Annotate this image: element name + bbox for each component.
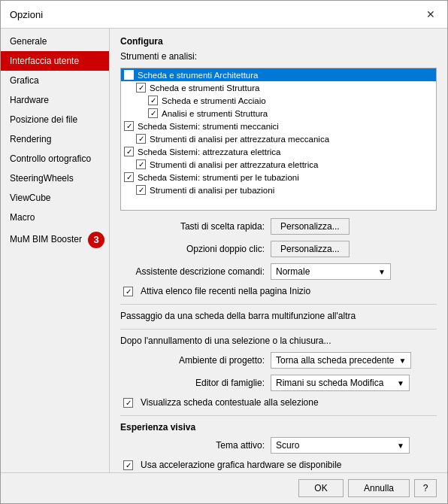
- tema-arrow-icon: ▼: [397, 442, 404, 450]
- tools-list-item-att-elettrica[interactable]: Strumenti di analisi per attrezzatura el…: [121, 158, 436, 171]
- ok-button[interactable]: OK: [298, 479, 344, 497]
- tools-list[interactable]: Scheda e strumenti ArchitetturaScheda e …: [120, 68, 437, 211]
- tools-list-label-analisi-tub: Strumenti di analisi per tubazioni: [150, 186, 274, 195]
- tools-list-label-att-elettrica: Strumenti di analisi per attrezzatura el…: [150, 160, 318, 169]
- tools-list-label-elettrica: Scheda Sistemi: attrezzatura elettrica: [138, 147, 280, 156]
- usa-label: Usa accelerazione grafica hardware se di…: [141, 460, 341, 470]
- sidebar-badge: 3: [88, 232, 104, 248]
- checkbox-att-elettrica[interactable]: [136, 159, 146, 169]
- dopo-section: Dopo l'annullamento di una selezione o l…: [120, 335, 437, 346]
- ambiente-select[interactable]: Torna alla scheda precedente ▼: [271, 352, 411, 369]
- visualizza-row[interactable]: Visualizza scheda contestuale alla selez…: [123, 397, 437, 408]
- strumenti-row: Strumenti e analisi:: [120, 51, 437, 62]
- personalizza2-button[interactable]: Personalizza...: [271, 241, 350, 257]
- tasti-label: Tasti di scelta rapida:: [120, 221, 271, 232]
- divider2: [120, 329, 437, 329]
- main-content: Configura Strumenti e analisi: Scheda e …: [110, 29, 447, 472]
- usa-row[interactable]: Usa accelerazione grafica hardware se di…: [123, 460, 437, 470]
- tools-list-label-meccanici: Scheda Sistemi: strumenti meccanici: [138, 122, 279, 131]
- divider3: [120, 415, 437, 416]
- help-button[interactable]: ?: [414, 479, 437, 497]
- tools-list-item-meccanici[interactable]: Scheda Sistemi: strumenti meccanici: [121, 120, 436, 132]
- tools-list-label-tubazioni: Scheda Sistemi: strumenti per le tubazio…: [138, 173, 299, 182]
- tasti-row: Tasti di scelta rapida: Personalizza...: [120, 218, 437, 235]
- tools-list-item-analisi-struttura[interactable]: Analisi e strumenti Struttura: [121, 107, 436, 120]
- tools-list-item-acciaio[interactable]: Scheda e strumenti Acciaio: [121, 94, 436, 107]
- annulla-button[interactable]: Annulla: [348, 479, 410, 497]
- assistente-label: Assistente descrizione comandi:: [120, 266, 271, 277]
- editor-arrow-icon: ▼: [397, 379, 404, 387]
- tools-list-label-acciaio: Scheda e strumenti Acciaio: [162, 96, 266, 105]
- opzioni-label: Opzioni doppio clic:: [120, 244, 271, 254]
- sidebar-item-grafica[interactable]: Grafica: [1, 71, 109, 90]
- personalizza1-button[interactable]: Personalizza...: [271, 218, 350, 235]
- tools-list-item-struttura[interactable]: Scheda e strumenti Struttura: [121, 81, 436, 94]
- checkbox-analisi-struttura[interactable]: [148, 108, 158, 118]
- tema-select[interactable]: Scuro ▼: [271, 437, 410, 454]
- dialog-title: Opzioni: [10, 9, 43, 20]
- tools-list-label-arch: Scheda e strumenti Architettura: [138, 71, 258, 80]
- divider1: [120, 304, 437, 305]
- tools-list-item-analisi-tub[interactable]: Strumenti di analisi per tubazioni: [121, 184, 436, 196]
- tools-list-label-struttura: Scheda e strumenti Struttura: [150, 83, 259, 93]
- tools-list-item-arch[interactable]: Scheda e strumenti Architettura: [121, 68, 436, 81]
- sidebar-item-viewcube[interactable]: ViewCube: [1, 188, 109, 208]
- assistente-value: Normale: [276, 266, 310, 277]
- tema-row: Tema attivo: Scuro ▼: [120, 437, 437, 454]
- dialog-body: GeneraleInterfaccia utente➤GraficaHardwa…: [1, 29, 447, 472]
- checkbox-arch[interactable]: [124, 70, 134, 80]
- opzioni-row: Opzioni doppio clic: Personalizza...: [120, 241, 437, 257]
- configura-title: Configura: [120, 36, 437, 47]
- sidebar-item-macro[interactable]: Macro: [1, 208, 109, 227]
- title-bar: Opzioni ✕: [1, 1, 447, 29]
- checkbox-meccanici[interactable]: [124, 121, 134, 131]
- close-icon[interactable]: ✕: [423, 7, 438, 22]
- assistente-arrow-icon: ▼: [378, 268, 386, 276]
- checkbox-acciaio[interactable]: [148, 96, 158, 105]
- ambiente-label: Ambiente di progetto:: [120, 355, 271, 366]
- assistente-row: Assistente descrizione comandi: Normale …: [120, 263, 437, 280]
- dialog: Opzioni ✕ GeneraleInterfaccia utente➤Gra…: [0, 0, 448, 504]
- sidebar-item-hardware[interactable]: Hardware: [1, 90, 109, 110]
- dialog-footer: OK Annulla ?: [1, 472, 447, 503]
- checkbox-elettrica[interactable]: [124, 147, 134, 156]
- attiva-row[interactable]: Attiva elenco file recenti nella pagina …: [123, 286, 437, 296]
- attiva-checkbox[interactable]: [123, 287, 133, 296]
- sidebar-item-mum-bim-booster[interactable]: MuM BIM Booster3: [1, 227, 109, 253]
- tools-list-item-tubazioni[interactable]: Scheda Sistemi: strumenti per le tubazio…: [121, 171, 436, 184]
- checkbox-att-meccanica[interactable]: [136, 134, 146, 144]
- editor-select[interactable]: Rimani su scheda Modifica ▼: [271, 375, 410, 391]
- usa-checkbox[interactable]: [123, 460, 133, 470]
- assistente-select[interactable]: Normale ▼: [271, 263, 391, 280]
- tema-label: Tema attivo:: [120, 440, 271, 451]
- passaggio-section: Passaggio da una scheda della barra mult…: [120, 311, 437, 321]
- ambiente-value: Torna alla scheda precedente: [276, 355, 394, 366]
- editor-row: Editor di famiglie: Rimani su scheda Mod…: [120, 375, 437, 391]
- checkbox-struttura[interactable]: [136, 83, 146, 93]
- visualizza-checkbox[interactable]: [123, 398, 133, 408]
- sidebar-item-generale[interactable]: Generale: [1, 32, 109, 51]
- editor-label: Editor di famiglie:: [120, 378, 271, 388]
- sidebar-item-controllo-ortografico[interactable]: Controllo ortografico: [1, 149, 109, 169]
- tools-list-item-elettrica[interactable]: Scheda Sistemi: attrezzatura elettrica: [121, 145, 436, 158]
- ambiente-row: Ambiente di progetto: Torna alla scheda …: [120, 352, 437, 369]
- editor-value: Rimani su scheda Modifica: [276, 378, 383, 388]
- strumenti-label: Strumenti e analisi:: [120, 51, 197, 62]
- sidebar-item-posizione-dei-file[interactable]: Posizione dei file: [1, 110, 109, 129]
- tools-list-item-att-meccanica[interactable]: Strumenti di analisi per attrezzatura me…: [121, 132, 436, 145]
- tools-list-label-analisi-struttura: Analisi e strumenti Struttura: [162, 109, 268, 118]
- checkbox-tubazioni[interactable]: [124, 172, 134, 182]
- sidebar-item-steeringwheels[interactable]: SteeringWheels: [1, 169, 109, 188]
- esperienza-section: Esperienza visiva: [120, 422, 437, 433]
- sidebar: GeneraleInterfaccia utente➤GraficaHardwa…: [1, 29, 110, 472]
- sidebar-item-rendering[interactable]: Rendering: [1, 129, 109, 149]
- visualizza-label: Visualizza scheda contestuale alla selez…: [141, 397, 319, 408]
- sidebar-item-interfaccia-utente[interactable]: Interfaccia utente➤: [1, 51, 109, 71]
- ambiente-arrow-icon: ▼: [398, 357, 406, 365]
- attiva-label: Attiva elenco file recenti nella pagina …: [141, 286, 310, 296]
- tools-list-label-att-meccanica: Strumenti di analisi per attrezzatura me…: [150, 135, 329, 144]
- checkbox-analisi-tub[interactable]: [136, 185, 146, 195]
- tema-value: Scuro: [276, 440, 299, 451]
